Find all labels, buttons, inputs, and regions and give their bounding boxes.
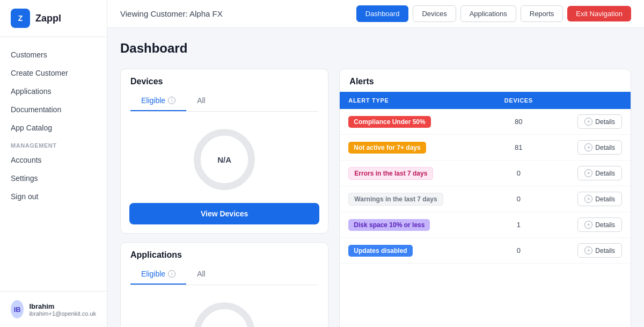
sidebar: Z Zappl Customers Create Customer Applic… [0, 0, 107, 327]
devices-tab-eligible[interactable]: Eligible i [130, 91, 186, 111]
topbar: Viewing Customer: Alpha FX Dashboard Dev… [107, 0, 644, 28]
col-devices: DEVICES [488, 92, 549, 109]
dashboard-button[interactable]: Dashboard [356, 5, 409, 22]
details-button[interactable]: + Details [577, 217, 622, 232]
details-button[interactable]: + Details [577, 114, 622, 129]
logo-icon: Z [11, 9, 30, 28]
alerts-table-header: ALERT TYPE DEVICES [340, 92, 631, 109]
table-row: Warnings in the last 7 days 0 + Details [340, 186, 631, 212]
alert-type-cell: Errors in the last 7 days [340, 161, 488, 186]
alert-type-cell: Updates disabled [340, 238, 488, 264]
alert-badge: Updates disabled [348, 245, 412, 257]
details-icon: + [584, 118, 592, 126]
devices-tabs: Eligible i All [130, 91, 318, 112]
sidebar-item-sign-out[interactable]: Sign out [0, 187, 107, 206]
sidebar-item-accounts[interactable]: Accounts [0, 151, 107, 169]
details-icon: + [584, 221, 592, 229]
applications-donut-area: 0% Compliant [121, 285, 328, 327]
applications-tab-eligible[interactable]: Eligible i [130, 264, 186, 285]
details-icon: + [584, 246, 592, 255]
logo-text: Zappl [35, 13, 61, 24]
table-row: Not active for 7+ days 81 + Details [340, 135, 631, 161]
user-info: Ibrahim ibrahim+1@openkit.co.uk [29, 302, 96, 317]
table-row: Updates disabled 0 + Details [340, 238, 631, 264]
devices-donut-label: N/A [217, 155, 231, 164]
alert-badge: Disk space 10% or less [348, 219, 430, 231]
alert-type-cell: Not active for 7+ days [340, 135, 488, 161]
sidebar-nav: Customers Create Customer Applications D… [0, 37, 107, 291]
alerts-title: Alerts [340, 69, 631, 92]
alert-devices-cell: 0 [488, 186, 549, 212]
sidebar-item-customers[interactable]: Customers [0, 46, 107, 64]
exit-navigation-button[interactable]: Exit Navigation [567, 6, 631, 21]
details-button[interactable]: + Details [577, 192, 622, 206]
sidebar-footer: IB Ibrahim ibrahim+1@openkit.co.uk [0, 291, 107, 327]
alerts-table: ALERT TYPE DEVICES Compliance Under 50% … [340, 92, 631, 264]
topbar-actions: Dashboard Devices Applications Reports E… [356, 5, 631, 22]
alert-badge: Not active for 7+ days [348, 142, 426, 154]
alert-devices-cell: 0 [488, 238, 549, 264]
alert-type-cell: Warnings in the last 7 days [340, 186, 488, 212]
sidebar-item-create-customer[interactable]: Create Customer [0, 64, 107, 82]
alert-devices-cell: 0 [488, 161, 549, 186]
eligible-info-icon: i [168, 97, 175, 104]
details-button[interactable]: + Details [577, 243, 622, 258]
svg-point-1 [197, 306, 252, 327]
content: Dashboard Devices Eligible i All [107, 28, 644, 327]
sidebar-logo[interactable]: Z Zappl [0, 0, 107, 37]
dashboard-grid: Devices Eligible i All [120, 69, 631, 327]
alert-devices-cell: 1 [488, 212, 549, 238]
avatar: IB [11, 300, 24, 318]
table-row: Errors in the last 7 days 0 + Details [340, 161, 631, 186]
sidebar-item-applications[interactable]: Applications [0, 82, 107, 100]
user-name: Ibrahim [29, 302, 96, 310]
alert-badge: Warnings in the last 7 days [348, 193, 443, 206]
details-button[interactable]: + Details [577, 166, 622, 180]
alert-devices-cell: 81 [488, 135, 549, 161]
applications-card: Applications Eligible i All [120, 242, 328, 327]
devices-donut-area: N/A [121, 112, 328, 203]
alert-badge: Compliance Under 50% [348, 116, 430, 128]
sidebar-item-app-catalog[interactable]: App Catalog [0, 119, 107, 137]
applications-button[interactable]: Applications [460, 5, 516, 22]
details-icon: + [584, 195, 592, 203]
devices-tab-all[interactable]: All [186, 91, 216, 111]
alert-type-cell: Compliance Under 50% [340, 109, 488, 135]
details-icon: + [584, 143, 592, 151]
page-title: Dashboard [120, 41, 631, 56]
app-eligible-info-icon: i [168, 270, 175, 278]
alert-type-cell: Disk space 10% or less [340, 212, 488, 238]
applications-card-title: Applications [130, 250, 318, 260]
devices-card-header: Devices Eligible i All [121, 69, 328, 112]
sidebar-item-documentation[interactable]: Documentation [0, 100, 107, 119]
left-column: Devices Eligible i All [120, 69, 328, 327]
table-row: Disk space 10% or less 1 + Details [340, 212, 631, 238]
alert-devices-cell: 80 [488, 109, 549, 135]
user-email: ibrahim+1@openkit.co.uk [29, 310, 96, 317]
devices-button[interactable]: Devices [413, 5, 456, 22]
alert-actions-cell: + Details [549, 186, 631, 212]
reports-button[interactable]: Reports [521, 5, 564, 22]
alert-actions-cell: + Details [549, 135, 631, 161]
viewing-customer-label: Viewing Customer: Alpha FX [120, 9, 223, 18]
details-icon: + [584, 169, 592, 177]
management-section-label: Management [0, 137, 107, 151]
applications-card-header: Applications Eligible i All [121, 243, 328, 285]
applications-tabs: Eligible i All [130, 264, 318, 285]
sidebar-item-settings[interactable]: Settings [0, 169, 107, 187]
devices-card-title: Devices [130, 77, 318, 86]
applications-donut: 0% Compliant [189, 298, 259, 327]
details-button[interactable]: + Details [577, 140, 622, 155]
table-row: Compliance Under 50% 80 + Details [340, 109, 631, 135]
applications-donut-svg [189, 298, 259, 327]
view-devices-button[interactable]: View Devices [129, 203, 319, 224]
alerts-card: Alerts ALERT TYPE DEVICES Compliance Und… [339, 69, 631, 327]
col-alert-type: ALERT TYPE [340, 92, 488, 109]
alert-actions-cell: + Details [549, 212, 631, 238]
devices-donut: N/A [189, 125, 259, 194]
col-actions [549, 92, 631, 109]
alerts-table-body: Compliance Under 50% 80 + Details Not ac… [340, 109, 631, 264]
alert-actions-cell: + Details [549, 238, 631, 264]
applications-tab-all[interactable]: All [186, 264, 216, 285]
alert-badge: Errors in the last 7 days [348, 167, 433, 180]
